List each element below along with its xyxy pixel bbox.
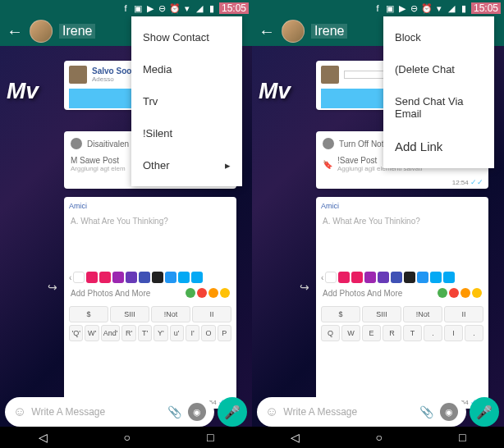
key[interactable]: I [444, 325, 463, 341]
nav-recent-icon[interactable]: □ [207, 431, 213, 444]
key[interactable]: P [218, 325, 231, 341]
key[interactable]: W [341, 325, 360, 341]
key[interactable]: . [465, 325, 483, 341]
key[interactable]: R' [121, 325, 135, 341]
action-dot[interactable] [472, 288, 482, 298]
swatch[interactable] [191, 272, 203, 283]
key[interactable]: W' [85, 325, 99, 341]
status-bar: f ▣ ▶ ⊖ ⏰ ▾ ◢ ▮ 15:05 [0, 0, 252, 16]
menu-silent[interactable]: !Silent [131, 117, 242, 149]
swatch[interactable] [99, 272, 111, 283]
key[interactable]: Q [321, 325, 340, 341]
key[interactable]: $ [321, 306, 360, 322]
add-photos-label[interactable]: Add Photos And More [323, 289, 402, 298]
swatch[interactable] [417, 272, 428, 283]
action-dot[interactable] [208, 288, 218, 298]
key[interactable]: And' [101, 325, 121, 341]
menu-show-contact[interactable]: Show Contact [131, 21, 242, 53]
chevron-right-icon: ▸ [225, 159, 231, 171]
key[interactable]: . [424, 325, 442, 341]
nav-recent-icon[interactable]: □ [459, 431, 465, 444]
action-dot[interactable] [438, 288, 447, 298]
key[interactable]: T [403, 325, 422, 341]
add-photos-label[interactable]: Add Photos And More [71, 289, 150, 298]
key[interactable]: u' [170, 325, 184, 341]
back-icon[interactable]: ← [7, 22, 23, 41]
menu-delete-chat[interactable]: (Delete Chat [383, 53, 494, 85]
menu-try[interactable]: Trv [131, 85, 242, 117]
swatch[interactable] [165, 272, 176, 283]
key[interactable]: SIII [362, 306, 401, 322]
key[interactable]: !Not [403, 306, 442, 322]
action-dot[interactable] [449, 288, 459, 298]
key[interactable]: II [192, 306, 231, 322]
action-dot[interactable] [197, 288, 207, 298]
swatch[interactable] [139, 272, 150, 283]
action-dot[interactable] [186, 288, 195, 298]
avatar[interactable] [30, 20, 53, 43]
share-icon[interactable]: ↪ [48, 281, 57, 294]
swatch[interactable] [126, 272, 137, 283]
attach-icon[interactable]: 📎 [167, 405, 181, 418]
key[interactable]: SIII [110, 306, 149, 322]
swatch[interactable] [351, 272, 363, 283]
share-icon[interactable]: ↪ [300, 281, 309, 294]
key[interactable]: $ [69, 306, 108, 322]
menu-add-link[interactable]: Add Link [383, 130, 494, 163]
swatch[interactable] [378, 272, 389, 283]
swatch[interactable] [86, 272, 98, 283]
menu-media[interactable]: Media [131, 53, 242, 85]
action-dot[interactable] [460, 288, 470, 298]
swatch[interactable] [152, 272, 163, 283]
audience-label[interactable]: Amici [69, 202, 231, 210]
swatch[interactable] [325, 272, 337, 283]
message-input[interactable]: ☺ Write A Message 📎 ◉ [5, 397, 214, 427]
emoji-icon[interactable]: ☺ [265, 405, 278, 419]
compose-prompt[interactable]: A. What Are You Thinkino? [321, 210, 483, 232]
nav-home-icon[interactable]: ○ [376, 431, 383, 444]
swatch[interactable] [430, 272, 442, 283]
back-icon[interactable]: ← [259, 22, 275, 41]
key[interactable]: R [383, 325, 401, 341]
action-dot[interactable] [220, 288, 230, 298]
swatch[interactable] [391, 272, 402, 283]
swatch[interactable] [178, 272, 190, 283]
mic-button[interactable]: 🎤 [218, 397, 247, 427]
key[interactable]: 'Q' [69, 325, 83, 341]
key[interactable]: E [362, 325, 381, 341]
audience-label[interactable]: Amici [321, 202, 483, 210]
key[interactable]: T' [138, 325, 152, 341]
menu-block[interactable]: Block [383, 21, 494, 53]
menu-other[interactable]: Other▸ [131, 149, 242, 181]
chevron-left-icon[interactable]: ‹ [321, 273, 323, 282]
swatch[interactable] [338, 272, 350, 283]
input-placeholder: Write A Message [31, 406, 105, 418]
nav-bar: ◁ ○ □ [0, 427, 252, 448]
key[interactable]: Y' [153, 325, 167, 341]
key[interactable]: O [201, 325, 215, 341]
key[interactable]: II [444, 306, 483, 322]
camera-icon[interactable]: ◉ [188, 403, 206, 421]
chevron-left-icon[interactable]: ‹ [69, 273, 71, 282]
avatar[interactable] [282, 20, 305, 43]
key[interactable]: !Not [151, 306, 190, 322]
swatch[interactable] [364, 272, 376, 283]
swatch[interactable] [443, 272, 455, 283]
compose-prompt[interactable]: A. What Are You Thinking? [69, 210, 231, 232]
camera-icon[interactable]: ◉ [440, 403, 458, 421]
contact-name[interactable]: Irene [311, 24, 347, 39]
nav-home-icon[interactable]: ○ [124, 431, 131, 444]
swatch[interactable] [404, 272, 415, 283]
nav-back-icon[interactable]: ◁ [39, 431, 48, 444]
swatch[interactable] [73, 272, 85, 283]
emoji-icon[interactable]: ☺ [13, 405, 26, 419]
key[interactable]: I' [186, 325, 199, 341]
save-post-label[interactable]: M Sawe Post [71, 156, 119, 165]
nav-back-icon[interactable]: ◁ [291, 431, 300, 444]
menu-send-email[interactable]: Send Chat Via Email [383, 85, 494, 130]
attach-icon[interactable]: 📎 [419, 405, 433, 418]
mic-button[interactable]: 🎤 [470, 397, 499, 427]
swatch[interactable] [112, 272, 124, 283]
contact-name[interactable]: Irene [59, 24, 95, 39]
message-input[interactable]: ☺ Write A Message 📎 ◉ [257, 397, 466, 427]
